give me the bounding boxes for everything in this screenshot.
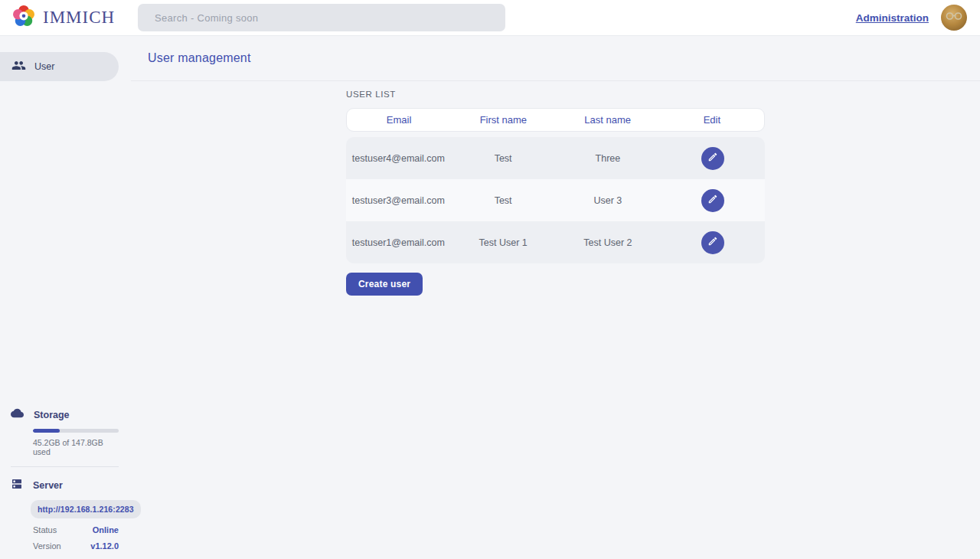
server-version-row: Version v1.12.0 [33,541,119,551]
cell-last-name: Three [556,153,661,164]
version-label: Version [33,541,61,551]
cell-edit [660,147,765,170]
cell-email: testuser4@email.com [346,153,451,164]
edit-user-button[interactable] [701,231,724,254]
administration-link[interactable]: Administration [856,12,929,24]
glasses-icon [946,12,962,20]
table-header-row: Email First name Last name Edit [346,108,765,132]
version-value: v1.12.0 [90,541,119,551]
edit-user-button[interactable] [701,189,724,212]
cell-first-name: Test User 1 [451,237,556,248]
sidebar-status-panel: Storage 45.2GB of 147.8GB used Server [11,407,119,551]
cell-email: testuser3@email.com [346,195,451,206]
user-table-body: testuser4@email.com Test Three testuser3… [346,137,765,263]
page-header: User management [131,36,980,81]
server-url-chip: http://192.168.1.216:2283 [31,500,141,518]
storage-progress-bar [33,429,119,433]
storage-usage-text: 45.2GB of 147.8GB used [33,438,119,456]
immich-flower-icon [11,3,37,32]
table-row: testuser1@email.com Test User 1 Test Use… [346,221,765,263]
storage-title: Storage [34,410,70,420]
page-title: User management [148,51,251,65]
storage-widget: Storage 45.2GB of 147.8GB used [11,407,119,456]
column-header-edit: Edit [660,114,764,126]
app-title: IMMICH [43,8,115,28]
cell-first-name: Test [451,153,556,164]
user-avatar[interactable] [941,5,967,31]
column-header-first-name: First name [451,114,555,126]
search-input[interactable] [138,4,505,31]
sidebar-item-label: User [34,61,54,72]
storage-progress-fill [33,429,60,433]
user-list-label: USER LIST [346,90,765,99]
table-row: testuser4@email.com Test Three [346,137,765,179]
people-icon [11,58,26,76]
table-row: testuser3@email.com Test User 3 [346,179,765,221]
sidebar: User Storage 45.2GB of 147.8GB used [0,36,131,559]
sidebar-divider [11,466,119,467]
cloud-icon [11,407,24,423]
cell-email: testuser1@email.com [346,237,451,248]
status-label: Status [33,525,57,534]
cell-last-name: User 3 [556,195,661,206]
dns-server-icon [11,478,23,493]
server-widget: Server http://192.168.1.216:2283 Status … [11,478,119,551]
home-logo-link[interactable]: IMMICH [0,3,138,32]
edit-user-button[interactable] [701,147,724,170]
content-area: User management USER LIST Email First na… [131,36,980,559]
cell-edit [660,231,765,254]
server-title: Server [33,480,63,491]
cell-edit [660,189,765,212]
cell-last-name: Test User 2 [556,237,661,248]
sidebar-item-user[interactable]: User [0,52,119,81]
pencil-icon [707,236,718,249]
column-header-last-name: Last name [556,114,660,126]
create-user-button[interactable]: Create user [346,273,423,296]
pencil-icon [707,152,718,165]
cell-first-name: Test [451,195,556,206]
pencil-icon [707,194,718,207]
column-header-email: Email [347,114,451,126]
status-value: Online [93,525,119,534]
user-list-section: USER LIST Email First name Last name Edi… [346,90,765,296]
topbar: IMMICH Administration [0,0,980,36]
server-status-row: Status Online [33,525,119,534]
